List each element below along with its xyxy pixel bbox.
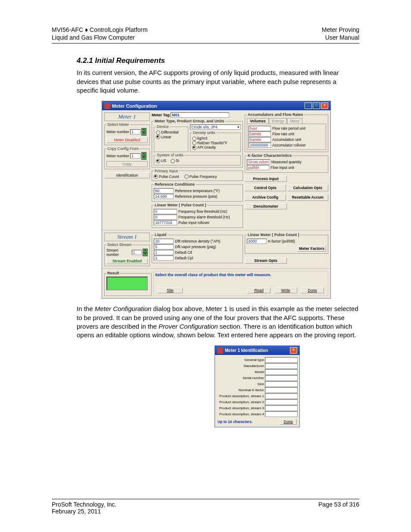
close-icon[interactable]: ×	[321, 103, 328, 109]
identification-button[interactable]: Identification	[104, 172, 150, 178]
identification-field[interactable]	[265, 399, 298, 405]
identification-field[interactable]	[265, 369, 298, 375]
identification-field[interactable]	[265, 375, 298, 381]
liquid-group: Liquid 10Dflt reference density (°API) 5…	[152, 233, 243, 263]
identification-field[interactable]	[265, 405, 298, 411]
spin-down-icon[interactable]: ▼	[141, 132, 146, 136]
identification-label: Product description, stream 1	[217, 394, 265, 398]
pulse-rollover-input[interactable]: 16777216	[154, 220, 177, 225]
identification-label: Serial number	[217, 376, 265, 380]
copy-button[interactable]: Copy	[106, 161, 148, 167]
process-input-button[interactable]: Process Input	[245, 176, 287, 182]
kfactor-input[interactable]: 2000	[247, 239, 267, 244]
meter-number-input[interactable]: 1	[130, 129, 140, 134]
page-footer: ProSoft Technology, Inc. February 25, 20…	[52, 499, 359, 515]
densitometer-button[interactable]: Densitometer	[245, 203, 287, 209]
done-button[interactable]: Done	[301, 287, 324, 293]
flow-input-unit-value: pul/bbl	[247, 165, 269, 170]
radio-pulse-freq[interactable]	[184, 174, 189, 179]
freq-flow-label: Frequency flow threshold (Hz)	[178, 209, 227, 214]
spin-up-icon[interactable]: ▲	[143, 249, 148, 252]
radio-si[interactable]	[171, 159, 175, 163]
section-heading: 4.2.1 Initial Requirements	[77, 56, 359, 65]
dflt-vapor-pres-label: Dflt vapor pressure (psig)	[175, 245, 216, 249]
accum-flow-legend: Accumulators and Flow Rates	[247, 112, 304, 117]
measured-qty-label: Measured quantity	[271, 160, 302, 164]
resettable-accum-button[interactable]: Resettable Accum	[287, 194, 329, 201]
default-cpl-input[interactable]: 1	[154, 255, 174, 261]
radio-pulse-count[interactable]	[154, 174, 158, 179]
app-icon	[104, 103, 110, 109]
identification-row: General type	[217, 357, 298, 363]
minimize-icon[interactable]: _	[305, 103, 312, 109]
linear-meter-pc-group: Linear Meter ( Pulse Count ) 0Frequency …	[152, 203, 243, 228]
system-units-group: System of units US SI	[154, 153, 241, 165]
meter-disabled-button[interactable]: Meter Disabled	[106, 137, 148, 143]
maximize-icon[interactable]: □	[313, 103, 320, 109]
stream-enabled-button[interactable]: Stream Enabled	[106, 258, 148, 264]
stream-number-input[interactable]: 1	[132, 250, 142, 255]
radio-linear[interactable]	[156, 135, 160, 139]
site-button[interactable]: Site	[158, 287, 183, 293]
identification-field[interactable]	[265, 363, 298, 369]
default-ctl-input[interactable]: 1	[154, 250, 174, 255]
control-opts-button[interactable]: Control Opts	[245, 184, 286, 191]
identification-done-button[interactable]: Done	[280, 419, 297, 425]
calculation-opts-button[interactable]: Calculation Opts	[287, 184, 329, 191]
identification-field[interactable]	[265, 411, 298, 417]
dialog-titlebar[interactable]: Meter Configuration _ □ ×	[102, 101, 330, 110]
default-ctl-label: Default Ctl	[175, 250, 192, 255]
identification-field[interactable]	[265, 357, 298, 363]
accum-rollover-value[interactable]: 100000000	[249, 143, 271, 148]
device-legend: Device	[156, 124, 170, 129]
tab-volumes[interactable]: Volumes	[247, 118, 269, 124]
kfactor-legend: K-factor Characteristics	[247, 153, 293, 158]
meter-number-label: Meter number	[106, 130, 129, 134]
identification-label: Product description, stream 4	[217, 412, 265, 416]
reference-cond-legend: Reference Conditions	[154, 182, 196, 187]
linear-meter-pc-stream-legend: Linear Meter ( Pulse Count )	[247, 233, 300, 237]
select-meter-legend: Select Meter	[106, 122, 130, 127]
stream-opts-button[interactable]: Stream Opts	[245, 258, 287, 264]
ref-pres-input[interactable]: 14.696	[154, 194, 174, 199]
spin-down-icon[interactable]: ▼	[141, 156, 146, 160]
radio-kgm3[interactable]	[192, 137, 196, 141]
close-icon[interactable]: ×	[290, 347, 297, 354]
spin-up-icon[interactable]: ▲	[141, 128, 146, 132]
select-stream-legend: Select Stream	[106, 243, 133, 247]
tab-energy[interactable]: Energy	[269, 118, 287, 124]
meter-factors-button[interactable]: Meter Factors	[297, 246, 326, 252]
flow-rate-unit-value: barrels	[249, 131, 271, 137]
api-label: API Gravity	[197, 145, 216, 149]
freq-alarm-input[interactable]: 0	[154, 215, 177, 220]
default-cpl-label: Default Cpl	[175, 256, 193, 260]
identification-row: Model	[217, 369, 298, 375]
archive-config-button[interactable]: Archive Config	[245, 194, 286, 201]
identification-field[interactable]	[265, 393, 298, 399]
measured-qty-value: Gross volum	[247, 159, 270, 165]
identification-field[interactable]	[265, 387, 298, 393]
dflt-vapor-pres-input[interactable]: 5	[154, 244, 174, 249]
app-icon	[217, 348, 223, 354]
meter-tag-input[interactable]: M01	[171, 112, 229, 118]
radio-relden[interactable]	[192, 141, 196, 145]
write-button[interactable]: Write	[274, 287, 297, 293]
copy-meter-number-input[interactable]: 1	[130, 153, 140, 159]
radio-us[interactable]	[156, 159, 160, 163]
footer-page: Page 53 of 316	[318, 501, 359, 515]
freq-flow-input[interactable]: 0	[154, 209, 177, 214]
tab-mass[interactable]: Mass	[287, 118, 302, 124]
stream-title: Stream 1	[104, 233, 150, 241]
ref-temp-input[interactable]: 60	[154, 188, 174, 193]
radio-differential[interactable]	[156, 131, 160, 135]
select-stream-group: Select Stream Stream number 1 ▲▼ Stream …	[104, 243, 150, 266]
spin-up-icon[interactable]: ▲	[141, 152, 146, 156]
identification-field[interactable]	[265, 381, 298, 387]
dflt-ref-density-input[interactable]: 10	[154, 239, 174, 244]
spin-down-icon[interactable]: ▼	[143, 252, 148, 256]
identification-hint: Up to 10 characters.	[218, 420, 252, 424]
dialog2-titlebar[interactable]: Meter 1 Identification ×	[215, 346, 299, 355]
radio-api[interactable]	[192, 146, 196, 150]
read-button[interactable]: Read	[247, 287, 271, 293]
product-select[interactable]: Crude oils, JP4▾	[190, 124, 241, 130]
